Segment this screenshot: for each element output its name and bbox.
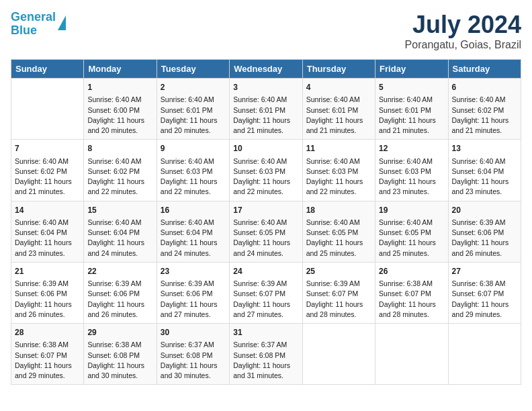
- calendar-cell: [302, 324, 375, 385]
- calendar-cell: 2Sunrise: 6:40 AMSunset: 6:01 PMDaylight…: [157, 79, 229, 140]
- calendar-cell: [11, 79, 84, 140]
- weekday-header-wednesday: Wednesday: [230, 60, 302, 79]
- day-info: Sunrise: 6:39 AMSunset: 6:07 PMDaylight:…: [306, 279, 371, 320]
- calendar-cell: 22Sunrise: 6:39 AMSunset: 6:06 PMDayligh…: [84, 262, 157, 323]
- calendar-cell: 13Sunrise: 6:40 AMSunset: 6:04 PMDayligh…: [448, 140, 521, 201]
- day-number: 3: [233, 82, 298, 93]
- calendar-cell: 30Sunrise: 6:37 AMSunset: 6:08 PMDayligh…: [157, 324, 229, 385]
- day-number: 26: [379, 266, 444, 277]
- day-number: 2: [161, 82, 226, 93]
- weekday-header-row: SundayMondayTuesdayWednesdayThursdayFrid…: [11, 60, 521, 79]
- logo-triangle-icon: [58, 15, 66, 30]
- weekday-header-saturday: Saturday: [448, 60, 521, 79]
- calendar-cell: 5Sunrise: 6:40 AMSunset: 6:01 PMDaylight…: [375, 79, 448, 140]
- day-number: 1: [87, 82, 152, 93]
- day-info: Sunrise: 6:40 AMSunset: 6:05 PMDaylight:…: [233, 218, 298, 259]
- logo-blue: Blue: [11, 24, 37, 37]
- calendar-cell: 20Sunrise: 6:39 AMSunset: 6:06 PMDayligh…: [448, 201, 521, 262]
- day-number: 14: [15, 205, 80, 216]
- title-block: July 2024 Porangatu, Goias, Brazil: [405, 11, 521, 51]
- day-number: 31: [233, 327, 298, 338]
- day-number: 9: [161, 143, 226, 154]
- day-number: 21: [15, 266, 80, 277]
- weekday-header-friday: Friday: [375, 60, 448, 79]
- calendar-table: SundayMondayTuesdayWednesdayThursdayFrid…: [11, 59, 521, 385]
- day-info: Sunrise: 6:40 AMSunset: 6:04 PMDaylight:…: [15, 218, 80, 259]
- day-number: 22: [87, 266, 152, 277]
- day-number: 20: [452, 205, 517, 216]
- day-info: Sunrise: 6:40 AMSunset: 6:04 PMDaylight:…: [161, 218, 226, 259]
- calendar-cell: 29Sunrise: 6:38 AMSunset: 6:08 PMDayligh…: [84, 324, 157, 385]
- calendar-cell: 18Sunrise: 6:40 AMSunset: 6:05 PMDayligh…: [302, 201, 375, 262]
- day-number: 13: [452, 143, 517, 154]
- calendar-cell: 12Sunrise: 6:40 AMSunset: 6:03 PMDayligh…: [375, 140, 448, 201]
- calendar-cell: 4Sunrise: 6:40 AMSunset: 6:01 PMDaylight…: [302, 79, 375, 140]
- day-number: 15: [87, 205, 152, 216]
- day-number: 12: [379, 143, 444, 154]
- day-info: Sunrise: 6:38 AMSunset: 6:07 PMDaylight:…: [15, 340, 80, 381]
- day-info: Sunrise: 6:40 AMSunset: 6:02 PMDaylight:…: [87, 156, 152, 197]
- day-info: Sunrise: 6:37 AMSunset: 6:08 PMDaylight:…: [161, 340, 226, 381]
- day-number: 5: [379, 82, 444, 93]
- day-info: Sunrise: 6:40 AMSunset: 6:02 PMDaylight:…: [15, 156, 80, 197]
- logo: General Blue: [11, 11, 66, 38]
- day-info: Sunrise: 6:39 AMSunset: 6:06 PMDaylight:…: [452, 218, 517, 259]
- calendar-week-row: 28Sunrise: 6:38 AMSunset: 6:07 PMDayligh…: [11, 324, 521, 385]
- day-number: 27: [452, 266, 517, 277]
- calendar-cell: [448, 324, 521, 385]
- calendar-week-row: 14Sunrise: 6:40 AMSunset: 6:04 PMDayligh…: [11, 201, 521, 262]
- calendar-cell: 10Sunrise: 6:40 AMSunset: 6:03 PMDayligh…: [230, 140, 302, 201]
- calendar-week-row: 21Sunrise: 6:39 AMSunset: 6:06 PMDayligh…: [11, 262, 521, 323]
- day-info: Sunrise: 6:40 AMSunset: 6:03 PMDaylight:…: [233, 156, 298, 197]
- calendar-cell: 8Sunrise: 6:40 AMSunset: 6:02 PMDaylight…: [84, 140, 157, 201]
- day-number: 30: [161, 327, 226, 338]
- day-number: 4: [306, 82, 371, 93]
- day-number: 11: [306, 143, 371, 154]
- day-info: Sunrise: 6:40 AMSunset: 6:04 PMDaylight:…: [452, 156, 517, 197]
- calendar-cell: [375, 324, 448, 385]
- calendar-cell: 14Sunrise: 6:40 AMSunset: 6:04 PMDayligh…: [11, 201, 84, 262]
- calendar-cell: 7Sunrise: 6:40 AMSunset: 6:02 PMDaylight…: [11, 140, 84, 201]
- logo-text: General Blue: [11, 11, 56, 38]
- day-info: Sunrise: 6:40 AMSunset: 6:00 PMDaylight:…: [87, 95, 152, 136]
- day-info: Sunrise: 6:38 AMSunset: 6:07 PMDaylight:…: [379, 279, 444, 320]
- calendar-cell: 24Sunrise: 6:39 AMSunset: 6:07 PMDayligh…: [230, 262, 302, 323]
- day-number: 23: [161, 266, 226, 277]
- calendar-cell: 16Sunrise: 6:40 AMSunset: 6:04 PMDayligh…: [157, 201, 229, 262]
- calendar-cell: 28Sunrise: 6:38 AMSunset: 6:07 PMDayligh…: [11, 324, 84, 385]
- calendar-cell: 19Sunrise: 6:40 AMSunset: 6:05 PMDayligh…: [375, 201, 448, 262]
- weekday-header-tuesday: Tuesday: [157, 60, 229, 79]
- page-header: General Blue July 2024 Porangatu, Goias,…: [11, 11, 521, 51]
- calendar-cell: 6Sunrise: 6:40 AMSunset: 6:02 PMDaylight…: [448, 79, 521, 140]
- weekday-header-thursday: Thursday: [302, 60, 375, 79]
- logo-general: General: [11, 10, 56, 24]
- day-info: Sunrise: 6:40 AMSunset: 6:03 PMDaylight:…: [379, 156, 444, 197]
- calendar-cell: 21Sunrise: 6:39 AMSunset: 6:06 PMDayligh…: [11, 262, 84, 323]
- calendar-cell: 11Sunrise: 6:40 AMSunset: 6:03 PMDayligh…: [302, 140, 375, 201]
- day-info: Sunrise: 6:39 AMSunset: 6:07 PMDaylight:…: [233, 279, 298, 320]
- weekday-header-monday: Monday: [84, 60, 157, 79]
- day-info: Sunrise: 6:40 AMSunset: 6:01 PMDaylight:…: [306, 95, 371, 136]
- day-info: Sunrise: 6:37 AMSunset: 6:08 PMDaylight:…: [233, 340, 298, 381]
- calendar-cell: 25Sunrise: 6:39 AMSunset: 6:07 PMDayligh…: [302, 262, 375, 323]
- day-number: 8: [87, 143, 152, 154]
- day-info: Sunrise: 6:40 AMSunset: 6:01 PMDaylight:…: [161, 95, 226, 136]
- day-info: Sunrise: 6:39 AMSunset: 6:06 PMDaylight:…: [161, 279, 226, 320]
- day-number: 18: [306, 205, 371, 216]
- calendar-cell: 17Sunrise: 6:40 AMSunset: 6:05 PMDayligh…: [230, 201, 302, 262]
- day-number: 24: [233, 266, 298, 277]
- day-number: 16: [161, 205, 226, 216]
- day-info: Sunrise: 6:40 AMSunset: 6:03 PMDaylight:…: [161, 156, 226, 197]
- day-info: Sunrise: 6:40 AMSunset: 6:01 PMDaylight:…: [233, 95, 298, 136]
- day-number: 7: [15, 143, 80, 154]
- day-info: Sunrise: 6:40 AMSunset: 6:02 PMDaylight:…: [452, 95, 517, 136]
- calendar-subtitle: Porangatu, Goias, Brazil: [405, 39, 521, 51]
- calendar-cell: 27Sunrise: 6:38 AMSunset: 6:07 PMDayligh…: [448, 262, 521, 323]
- day-number: 25: [306, 266, 371, 277]
- calendar-cell: 15Sunrise: 6:40 AMSunset: 6:04 PMDayligh…: [84, 201, 157, 262]
- day-info: Sunrise: 6:40 AMSunset: 6:05 PMDaylight:…: [306, 218, 371, 259]
- weekday-header-sunday: Sunday: [11, 60, 84, 79]
- day-info: Sunrise: 6:40 AMSunset: 6:03 PMDaylight:…: [306, 156, 371, 197]
- day-info: Sunrise: 6:40 AMSunset: 6:05 PMDaylight:…: [379, 218, 444, 259]
- day-number: 6: [452, 82, 517, 93]
